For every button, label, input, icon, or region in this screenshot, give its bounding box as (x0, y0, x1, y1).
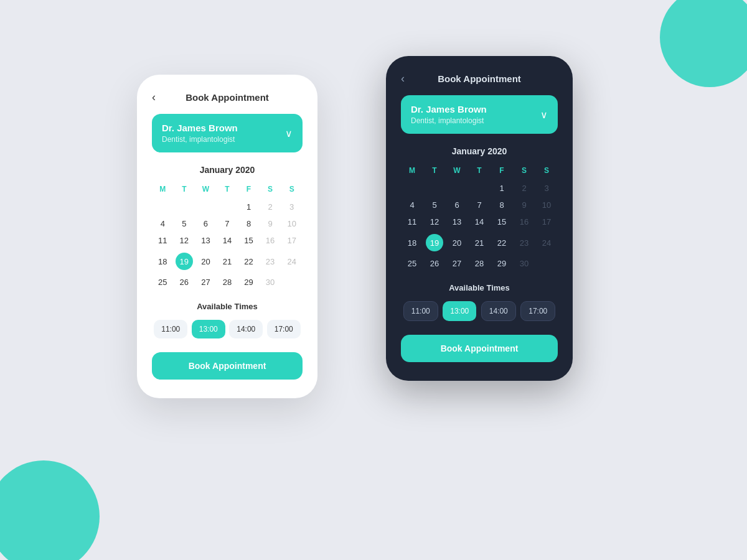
calendar-day[interactable]: 13 (446, 213, 468, 230)
calendar-day[interactable]: 27 (195, 274, 217, 291)
calendar-day[interactable]: 22 (238, 249, 260, 274)
calendar-row: 45678910 (401, 197, 558, 213)
calendar-day[interactable]: 5 (423, 197, 446, 213)
dark-weekday-t2: T (468, 164, 491, 180)
calendar-day[interactable]: 7 (468, 197, 491, 213)
calendar-day[interactable]: 8 (491, 197, 513, 213)
calendar-day (174, 198, 195, 215)
dark-doctor-dropdown[interactable]: Dr. James Brown Dentist, implantologist … (401, 95, 558, 134)
calendar-day[interactable]: 26 (174, 274, 195, 291)
calendar-day[interactable]: 24 (535, 230, 558, 255)
calendar-day[interactable]: 18 (152, 249, 174, 274)
calendar-day[interactable]: 15 (238, 232, 260, 249)
calendar-day[interactable]: 22 (491, 230, 513, 255)
light-doctor-dropdown[interactable]: Dr. James Brown Dentist, implantologist … (152, 114, 303, 152)
dark-doctor-name: Dr. James Brown (411, 104, 487, 114)
calendar-day[interactable]: 17 (281, 232, 303, 249)
calendar-day[interactable]: 19 (423, 230, 446, 255)
calendar-day[interactable]: 29 (491, 255, 513, 272)
calendar-day[interactable]: 25 (152, 274, 174, 291)
light-calendar-grid: M T W T F S S 12345678910111213141516171… (152, 182, 303, 291)
calendar-day[interactable]: 9 (260, 215, 281, 232)
phone-light: ‹ Book Appointment Dr. James Brown Denti… (137, 75, 317, 398)
calendar-day[interactable]: 1 (491, 180, 513, 197)
calendar-day[interactable]: 27 (446, 255, 468, 272)
calendar-day[interactable]: 10 (535, 197, 558, 213)
calendar-day (152, 198, 174, 215)
calendar-day[interactable]: 1 (238, 198, 260, 215)
calendar-day[interactable]: 15 (491, 213, 513, 230)
time-slot-button[interactable]: 17:00 (267, 320, 301, 338)
light-back-button[interactable]: ‹ (152, 91, 156, 104)
calendar-day[interactable]: 10 (281, 215, 303, 232)
calendar-day[interactable]: 5 (174, 215, 195, 232)
calendar-day[interactable]: 6 (195, 215, 217, 232)
calendar-day[interactable]: 16 (260, 232, 281, 249)
time-slot-button[interactable]: 11:00 (403, 301, 438, 321)
time-slot-button[interactable]: 13:00 (443, 301, 476, 321)
time-slot-button[interactable]: 13:00 (192, 320, 225, 338)
dark-times-row: 11:0013:0014:0017:00 (401, 301, 558, 321)
light-header-title: Book Appointment (186, 92, 269, 103)
calendar-day[interactable]: 25 (401, 255, 423, 272)
calendar-day[interactable]: 3 (281, 198, 303, 215)
calendar-day[interactable]: 29 (238, 274, 260, 291)
calendar-day[interactable]: 3 (535, 180, 558, 197)
calendar-day[interactable]: 20 (195, 249, 217, 274)
time-slot-button[interactable]: 14:00 (229, 320, 263, 338)
calendar-day[interactable]: 28 (468, 255, 491, 272)
calendar-day[interactable]: 17 (535, 213, 558, 230)
dark-weekday-w: W (446, 164, 468, 180)
light-calendar-month: January 2020 (152, 165, 303, 175)
calendar-day[interactable]: 13 (195, 232, 217, 249)
calendar-day[interactable]: 9 (513, 197, 535, 213)
time-slot-button[interactable]: 17:00 (520, 301, 555, 321)
time-slot-button[interactable]: 11:00 (154, 320, 187, 338)
weekday-m: M (152, 182, 174, 198)
dark-back-button[interactable]: ‹ (401, 72, 405, 85)
light-book-button[interactable]: Book Appointment (152, 352, 303, 380)
calendar-day (468, 180, 491, 197)
calendar-day[interactable]: 30 (260, 274, 281, 291)
calendar-day[interactable]: 7 (217, 215, 238, 232)
calendar-day[interactable]: 28 (217, 274, 238, 291)
dark-header-title: Book Appointment (438, 73, 521, 84)
calendar-day[interactable]: 4 (401, 197, 423, 213)
calendar-day[interactable]: 2 (260, 198, 281, 215)
calendar-day[interactable]: 2 (513, 180, 535, 197)
calendar-day[interactable]: 8 (238, 215, 260, 232)
calendar-day[interactable]: 21 (468, 230, 491, 255)
calendar-day[interactable]: 4 (152, 215, 174, 232)
calendar-day[interactable]: 26 (423, 255, 446, 272)
calendar-day[interactable]: 11 (152, 232, 174, 249)
calendar-day[interactable]: 6 (446, 197, 468, 213)
calendar-day[interactable]: 12 (174, 232, 195, 249)
dark-calendar-month: January 2020 (401, 146, 558, 156)
dark-doctor-specialty: Dentist, implantologist (411, 116, 487, 125)
calendar-day[interactable]: 18 (401, 230, 423, 255)
calendar-day[interactable]: 12 (423, 213, 446, 230)
calendar-day[interactable]: 30 (513, 255, 535, 272)
calendar-row: 123 (152, 198, 303, 215)
phone-dark: ‹ Book Appointment Dr. James Brown Denti… (386, 56, 573, 381)
calendar-row: 11121314151617 (401, 213, 558, 230)
calendar-day[interactable]: 24 (281, 249, 303, 274)
weekday-s2: S (281, 182, 303, 198)
time-slot-button[interactable]: 14:00 (481, 301, 516, 321)
calendar-day[interactable]: 14 (217, 232, 238, 249)
calendar-day[interactable]: 14 (468, 213, 491, 230)
dark-book-button[interactable]: Book Appointment (401, 335, 558, 362)
dark-weekday-row: M T W T F S S (401, 164, 558, 180)
calendar-day[interactable]: 21 (217, 249, 238, 274)
calendar-day[interactable]: 20 (446, 230, 468, 255)
calendar-day[interactable]: 16 (513, 213, 535, 230)
calendar-day[interactable]: 19 (174, 249, 195, 274)
calendar-day (195, 198, 217, 215)
dark-weekday-f: F (491, 164, 513, 180)
calendar-day (401, 180, 423, 197)
calendar-day[interactable]: 11 (401, 213, 423, 230)
deco-top-right (660, 0, 747, 87)
weekday-f: F (238, 182, 260, 198)
calendar-day[interactable]: 23 (513, 230, 535, 255)
calendar-day[interactable]: 23 (260, 249, 281, 274)
